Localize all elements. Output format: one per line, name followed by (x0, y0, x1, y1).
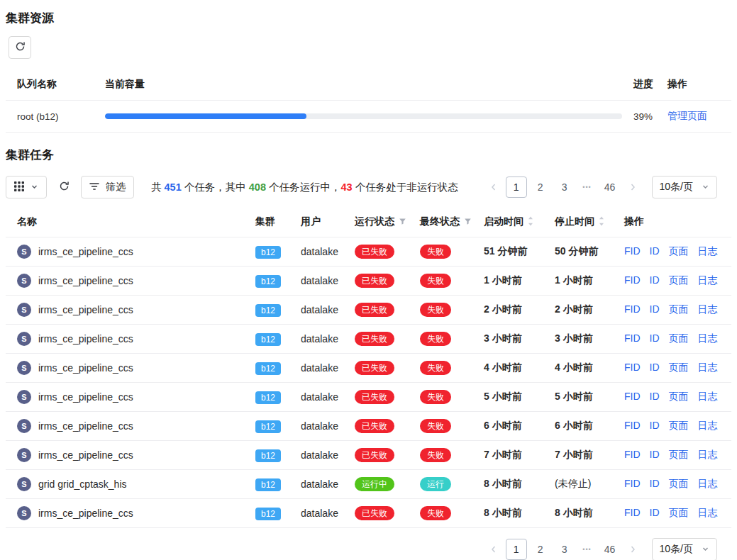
pagination-bottom: 123•••4610条/页 (484, 538, 717, 560)
action-page-link[interactable]: 页面 (669, 507, 689, 518)
tasks-refresh-button[interactable] (54, 177, 74, 198)
action-page-link[interactable]: 页面 (669, 478, 689, 489)
action-id-link[interactable]: ID (650, 478, 660, 489)
action-page-link[interactable]: 页面 (669, 391, 689, 402)
action-fid-link[interactable]: FID (624, 420, 641, 431)
action-page-link[interactable]: 页面 (669, 245, 689, 257)
action-log-link[interactable]: 日志 (698, 274, 718, 286)
col-stop-time[interactable]: 停止时间 (549, 207, 619, 237)
action-fid-link[interactable]: FID (624, 332, 641, 344)
action-fid-link[interactable]: FID (624, 391, 641, 402)
col-operation: 操作 (619, 207, 731, 237)
pagination-ellipsis[interactable]: ••• (578, 546, 597, 553)
final-status-badge: 失败 (420, 506, 451, 520)
action-id-link[interactable]: ID (650, 362, 660, 373)
manage-page-link[interactable]: 管理页面 (667, 110, 707, 121)
action-id-link[interactable]: ID (650, 332, 660, 344)
action-id-link[interactable]: ID (650, 274, 660, 286)
pagination-prev-icon[interactable] (484, 177, 503, 198)
pagination-page-2[interactable]: 2 (530, 539, 551, 560)
run-status-badge: 已失败 (355, 303, 394, 317)
action-log-link[interactable]: 日志 (698, 362, 718, 373)
col-final-status[interactable]: 最终状态 (414, 207, 478, 237)
task-name: irms_ce_pipeline_ccs (38, 333, 133, 345)
cluster-resources-table: 队列名称 当前容量 进度 操作 root (b12)39%管理页面 (6, 69, 731, 133)
stop-time: 4 小时前 (549, 354, 619, 383)
task-user: datalake (301, 449, 338, 461)
tasks-header-row: 名称 集群 用户 运行状态 最终状态 启动时间 停止时间 (6, 207, 731, 237)
action-page-link[interactable]: 页面 (669, 332, 689, 344)
pagination-page-3[interactable]: 3 (554, 539, 575, 560)
pagination-ellipsis[interactable]: ••• (578, 184, 597, 191)
task-type-icon: S (17, 245, 31, 259)
task-user: datalake (301, 420, 338, 432)
action-page-link[interactable]: 页面 (669, 420, 689, 431)
final-status-badge: 失败 (420, 332, 451, 346)
task-row: Sirms_ce_pipeline_ccsb12datalake已失败失败7 小… (6, 441, 731, 470)
start-time: 8 小时前 (478, 470, 549, 499)
pagination-prev-icon[interactable] (484, 539, 503, 560)
pagination-page-1[interactable]: 1 (506, 177, 527, 198)
action-log-link[interactable]: 日志 (698, 420, 718, 431)
task-row: Sirms_ce_pipeline_ccsb12datalake已失败失败3 小… (6, 325, 731, 354)
filter-button[interactable]: 筛选 (81, 176, 134, 198)
filter-funnel-icon[interactable] (464, 216, 472, 228)
refresh-icon (15, 41, 26, 54)
pagination-next-icon[interactable] (624, 539, 642, 560)
page-size-select[interactable]: 10条/页 (652, 176, 717, 198)
action-log-link[interactable]: 日志 (698, 391, 718, 402)
pagination-page-2[interactable]: 2 (530, 177, 551, 198)
sorter-icon[interactable] (528, 216, 533, 228)
action-fid-link[interactable]: FID (624, 274, 641, 286)
task-row: Sirms_ce_pipeline_ccsb12datalake已失败失败4 小… (6, 354, 731, 383)
action-log-link[interactable]: 日志 (698, 332, 718, 344)
run-status-badge: 已失败 (355, 245, 394, 259)
task-actions: FIDID页面日志 (619, 499, 731, 528)
action-page-link[interactable]: 页面 (669, 303, 689, 315)
action-fid-link[interactable]: FID (624, 478, 641, 489)
task-row: Sirms_ce_pipeline_ccsb12datalake已失败失败2 小… (6, 296, 731, 325)
pagination-page-46[interactable]: 46 (599, 539, 621, 560)
task-name: irms_ce_pipeline_ccs (38, 304, 133, 315)
action-fid-link[interactable]: FID (624, 303, 641, 315)
action-page-link[interactable]: 页面 (669, 362, 689, 373)
pagination-page-1[interactable]: 1 (506, 539, 527, 560)
action-page-link[interactable]: 页面 (669, 449, 689, 460)
sorter-icon[interactable] (599, 216, 604, 228)
task-type-icon: S (17, 274, 31, 288)
action-log-link[interactable]: 日志 (698, 303, 718, 315)
page-size-select[interactable]: 10条/页 (652, 538, 717, 560)
action-fid-link[interactable]: FID (624, 449, 641, 460)
action-id-link[interactable]: ID (650, 303, 660, 315)
col-name: 名称 (6, 207, 250, 237)
filter-funnel-icon[interactable] (399, 216, 406, 228)
col-start-time[interactable]: 启动时间 (478, 207, 549, 237)
run-status-badge: 已失败 (355, 448, 394, 462)
pagination-next-icon[interactable] (624, 177, 642, 198)
cluster-badge: b12 (255, 275, 281, 288)
column-settings-dropdown[interactable] (6, 176, 47, 198)
action-log-link[interactable]: 日志 (698, 245, 718, 257)
action-fid-link[interactable]: FID (624, 245, 641, 257)
action-log-link[interactable]: 日志 (698, 478, 718, 489)
action-id-link[interactable]: ID (650, 391, 660, 402)
action-fid-link[interactable]: FID (624, 362, 641, 373)
start-time: 1 小时前 (478, 267, 549, 296)
action-log-link[interactable]: 日志 (698, 507, 718, 518)
action-log-link[interactable]: 日志 (698, 449, 718, 460)
col-run-status[interactable]: 运行状态 (349, 207, 414, 237)
task-user: datalake (301, 304, 338, 315)
resources-refresh-button[interactable] (9, 36, 31, 59)
action-id-link[interactable]: ID (650, 449, 660, 460)
pagination-page-3[interactable]: 3 (554, 177, 575, 198)
action-id-link[interactable]: ID (650, 245, 660, 257)
action-page-link[interactable]: 页面 (669, 274, 689, 286)
col-cluster: 集群 (250, 207, 295, 237)
start-time: 51 分钟前 (478, 237, 549, 267)
cluster-tasks-table: 名称 集群 用户 运行状态 最终状态 启动时间 停止时间 (6, 207, 731, 528)
pagination-page-46[interactable]: 46 (599, 177, 621, 198)
summary-text: 共 (151, 181, 165, 193)
action-id-link[interactable]: ID (650, 420, 660, 431)
action-fid-link[interactable]: FID (624, 507, 641, 518)
action-id-link[interactable]: ID (650, 507, 660, 518)
